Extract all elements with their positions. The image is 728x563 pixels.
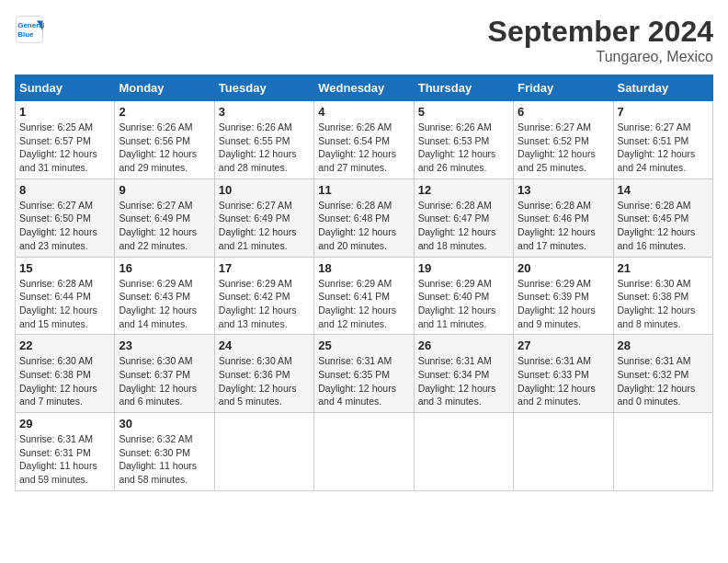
calendar-cell: 12Sunrise: 6:28 AMSunset: 6:47 PMDayligh… xyxy=(414,178,513,257)
calendar-cell: 25Sunrise: 6:31 AMSunset: 6:35 PMDayligh… xyxy=(314,335,414,413)
day-number: 20 xyxy=(518,261,609,275)
header-row: SundayMondayTuesdayWednesdayThursdayFrid… xyxy=(16,75,713,101)
day-info: Sunrise: 6:30 AMSunset: 6:36 PMDaylight:… xyxy=(219,354,310,408)
day-info: Sunrise: 6:31 AMSunset: 6:31 PMDaylight:… xyxy=(19,432,110,487)
day-number: 28 xyxy=(618,339,709,352)
weekday-header: Thursday xyxy=(414,75,513,101)
calendar-cell xyxy=(214,413,313,491)
day-info: Sunrise: 6:26 AMSunset: 6:56 PMDaylight:… xyxy=(119,121,210,175)
day-number: 5 xyxy=(418,105,509,119)
day-info: Sunrise: 6:26 AMSunset: 6:53 PMDaylight:… xyxy=(418,121,509,175)
day-info: Sunrise: 6:28 AMSunset: 6:48 PMDaylight:… xyxy=(318,199,409,253)
day-info: Sunrise: 6:27 AMSunset: 6:51 PMDaylight:… xyxy=(618,121,709,175)
day-number: 15 xyxy=(19,261,110,275)
location-title: Tungareo, Mexico xyxy=(488,49,713,65)
day-number: 12 xyxy=(418,183,509,197)
day-info: Sunrise: 6:28 AMSunset: 6:46 PMDaylight:… xyxy=(518,199,609,253)
day-number: 30 xyxy=(119,417,210,431)
calendar-week-row: 15Sunrise: 6:28 AMSunset: 6:44 PMDayligh… xyxy=(16,257,713,335)
day-number: 7 xyxy=(618,105,709,119)
day-number: 27 xyxy=(518,339,609,352)
day-number: 19 xyxy=(418,261,509,275)
calendar-cell: 24Sunrise: 6:30 AMSunset: 6:36 PMDayligh… xyxy=(214,335,313,413)
day-number: 1 xyxy=(19,105,110,119)
calendar-week-row: 1Sunrise: 6:25 AMSunset: 6:57 PMDaylight… xyxy=(16,101,713,179)
day-info: Sunrise: 6:27 AMSunset: 6:49 PMDaylight:… xyxy=(219,199,310,253)
calendar-cell: 9Sunrise: 6:27 AMSunset: 6:49 PMDaylight… xyxy=(115,178,214,257)
day-info: Sunrise: 6:30 AMSunset: 6:38 PMDaylight:… xyxy=(19,354,110,408)
calendar-cell: 7Sunrise: 6:27 AMSunset: 6:51 PMDaylight… xyxy=(613,101,712,179)
day-number: 4 xyxy=(318,105,409,119)
day-info: Sunrise: 6:31 AMSunset: 6:32 PMDaylight:… xyxy=(618,354,709,408)
logo-icon: General Blue xyxy=(15,15,44,44)
day-number: 26 xyxy=(418,339,509,352)
day-info: Sunrise: 6:31 AMSunset: 6:35 PMDaylight:… xyxy=(318,354,409,408)
day-number: 3 xyxy=(219,105,310,119)
calendar-cell: 4Sunrise: 6:26 AMSunset: 6:54 PMDaylight… xyxy=(314,101,414,179)
day-info: Sunrise: 6:28 AMSunset: 6:44 PMDaylight:… xyxy=(19,277,110,331)
calendar-table: SundayMondayTuesdayWednesdayThursdayFrid… xyxy=(15,75,713,491)
day-info: Sunrise: 6:29 AMSunset: 6:39 PMDaylight:… xyxy=(518,277,609,331)
day-info: Sunrise: 6:29 AMSunset: 6:40 PMDaylight:… xyxy=(418,277,509,331)
calendar-cell: 13Sunrise: 6:28 AMSunset: 6:46 PMDayligh… xyxy=(514,178,613,257)
calendar-cell xyxy=(613,413,712,491)
calendar-cell: 22Sunrise: 6:30 AMSunset: 6:38 PMDayligh… xyxy=(16,335,115,413)
day-info: Sunrise: 6:31 AMSunset: 6:34 PMDaylight:… xyxy=(418,354,509,408)
day-number: 6 xyxy=(518,105,609,119)
title-area: September 2024 Tungareo, Mexico xyxy=(488,15,713,65)
day-number: 11 xyxy=(318,183,409,197)
calendar-cell: 3Sunrise: 6:26 AMSunset: 6:55 PMDaylight… xyxy=(214,101,313,179)
day-info: Sunrise: 6:26 AMSunset: 6:54 PMDaylight:… xyxy=(318,121,409,175)
weekday-header: Wednesday xyxy=(314,75,414,101)
day-number: 8 xyxy=(19,183,110,197)
day-number: 17 xyxy=(219,261,310,275)
day-number: 14 xyxy=(618,183,709,197)
calendar-cell: 21Sunrise: 6:30 AMSunset: 6:38 PMDayligh… xyxy=(613,257,712,335)
logo: General Blue xyxy=(15,15,44,44)
weekday-header: Monday xyxy=(115,75,214,101)
month-title: September 2024 xyxy=(488,15,713,49)
weekday-header: Sunday xyxy=(16,75,115,101)
calendar-cell: 11Sunrise: 6:28 AMSunset: 6:48 PMDayligh… xyxy=(314,178,414,257)
day-number: 23 xyxy=(119,339,210,352)
day-number: 2 xyxy=(119,105,210,119)
header: General Blue September 2024 Tungareo, Me… xyxy=(15,15,713,65)
calendar-cell: 26Sunrise: 6:31 AMSunset: 6:34 PMDayligh… xyxy=(414,335,513,413)
calendar-week-row: 29Sunrise: 6:31 AMSunset: 6:31 PMDayligh… xyxy=(16,413,713,491)
day-number: 22 xyxy=(19,339,110,352)
svg-text:Blue: Blue xyxy=(17,30,34,39)
calendar-cell: 5Sunrise: 6:26 AMSunset: 6:53 PMDaylight… xyxy=(414,101,513,179)
day-info: Sunrise: 6:31 AMSunset: 6:33 PMDaylight:… xyxy=(518,354,609,408)
calendar-cell xyxy=(414,413,513,491)
weekday-header: Saturday xyxy=(613,75,712,101)
calendar-cell: 29Sunrise: 6:31 AMSunset: 6:31 PMDayligh… xyxy=(16,413,115,491)
calendar-cell: 10Sunrise: 6:27 AMSunset: 6:49 PMDayligh… xyxy=(214,178,313,257)
day-number: 25 xyxy=(318,339,409,352)
calendar-cell: 8Sunrise: 6:27 AMSunset: 6:50 PMDaylight… xyxy=(16,178,115,257)
calendar-cell: 14Sunrise: 6:28 AMSunset: 6:45 PMDayligh… xyxy=(613,178,712,257)
day-number: 21 xyxy=(618,261,709,275)
calendar-cell: 30Sunrise: 6:32 AMSunset: 6:30 PMDayligh… xyxy=(115,413,214,491)
day-number: 9 xyxy=(119,183,210,197)
day-number: 13 xyxy=(518,183,609,197)
day-info: Sunrise: 6:32 AMSunset: 6:30 PMDaylight:… xyxy=(119,432,210,487)
calendar-cell: 17Sunrise: 6:29 AMSunset: 6:42 PMDayligh… xyxy=(214,257,313,335)
calendar-cell: 6Sunrise: 6:27 AMSunset: 6:52 PMDaylight… xyxy=(514,101,613,179)
calendar-cell: 23Sunrise: 6:30 AMSunset: 6:37 PMDayligh… xyxy=(115,335,214,413)
calendar-cell: 16Sunrise: 6:29 AMSunset: 6:43 PMDayligh… xyxy=(115,257,214,335)
calendar-cell xyxy=(314,413,414,491)
day-info: Sunrise: 6:29 AMSunset: 6:42 PMDaylight:… xyxy=(219,277,310,331)
calendar-cell: 19Sunrise: 6:29 AMSunset: 6:40 PMDayligh… xyxy=(414,257,513,335)
day-info: Sunrise: 6:30 AMSunset: 6:38 PMDaylight:… xyxy=(618,277,709,331)
day-info: Sunrise: 6:30 AMSunset: 6:37 PMDaylight:… xyxy=(119,354,210,408)
weekday-header: Friday xyxy=(514,75,613,101)
day-info: Sunrise: 6:27 AMSunset: 6:50 PMDaylight:… xyxy=(19,199,110,253)
day-info: Sunrise: 6:26 AMSunset: 6:55 PMDaylight:… xyxy=(219,121,310,175)
day-info: Sunrise: 6:28 AMSunset: 6:47 PMDaylight:… xyxy=(418,199,509,253)
day-info: Sunrise: 6:28 AMSunset: 6:45 PMDaylight:… xyxy=(618,199,709,253)
calendar-cell: 18Sunrise: 6:29 AMSunset: 6:41 PMDayligh… xyxy=(314,257,414,335)
day-number: 10 xyxy=(219,183,310,197)
calendar-cell: 27Sunrise: 6:31 AMSunset: 6:33 PMDayligh… xyxy=(514,335,613,413)
day-number: 16 xyxy=(119,261,210,275)
day-number: 29 xyxy=(19,417,110,431)
